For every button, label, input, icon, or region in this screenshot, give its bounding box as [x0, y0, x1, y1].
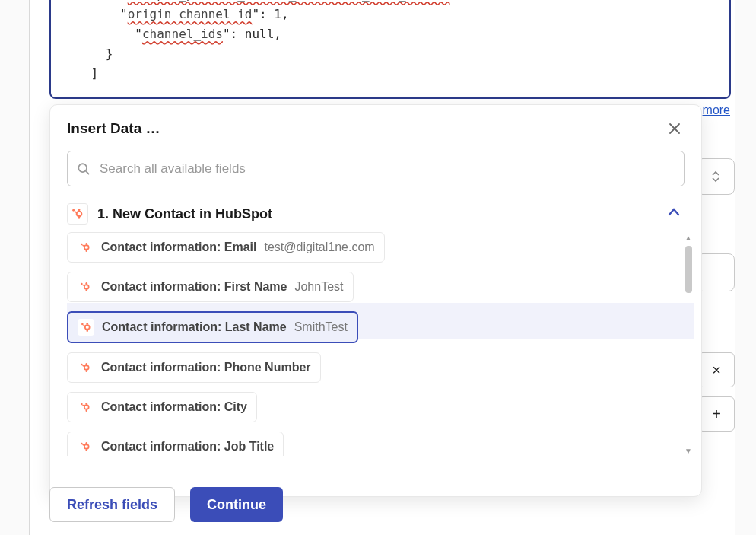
svg-point-19	[85, 282, 87, 285]
svg-line-45	[83, 405, 85, 406]
field-item[interactable]: Contact information: Last Name SmithTest	[67, 311, 358, 343]
field-label: Contact information: First Name	[101, 280, 287, 294]
svg-point-40	[85, 403, 87, 405]
field-label: Contact information: Last Name	[102, 320, 287, 334]
svg-line-31	[84, 325, 86, 326]
svg-line-38	[83, 365, 85, 367]
add-button[interactable]: +	[698, 396, 735, 432]
field-value: SmithTest	[294, 320, 348, 334]
hubspot-icon	[77, 279, 94, 295]
field-value: JohnTest	[294, 280, 343, 294]
svg-point-48	[85, 449, 87, 451]
svg-point-42	[81, 403, 83, 406]
close-icon[interactable]	[665, 119, 685, 139]
hubspot-icon	[78, 319, 94, 336]
svg-point-5	[78, 209, 81, 211]
search-field[interactable]	[67, 151, 685, 186]
svg-point-20	[85, 289, 87, 291]
svg-point-35	[81, 364, 83, 366]
search-icon	[77, 162, 91, 176]
field-value: test@digital1ne.com	[264, 240, 374, 254]
field-item[interactable]: Contact information: Phone Number	[67, 352, 321, 383]
svg-point-12	[85, 243, 87, 245]
search-input[interactable]	[98, 161, 675, 177]
side-select-stepper[interactable]	[697, 158, 735, 195]
svg-line-3	[86, 170, 90, 174]
svg-point-33	[85, 363, 87, 365]
svg-point-7	[72, 209, 75, 212]
field-item[interactable]: Contact information: First Name JohnTest	[67, 272, 354, 302]
svg-point-26	[86, 323, 88, 325]
field-list: Contact information: Email test@digital1…	[67, 232, 694, 456]
code-editor[interactable]: "accepts_product_review_abandoned_cart_e…	[49, 0, 731, 99]
svg-point-28	[81, 323, 84, 326]
group-header[interactable]: 1. New Contact in HubSpot	[50, 197, 701, 232]
hubspot-icon	[77, 438, 94, 455]
svg-point-41	[85, 409, 87, 412]
group-title: 1. New Contact in HubSpot	[97, 206, 657, 222]
footer-buttons: Refresh fields Continue	[49, 487, 283, 522]
panel-title: Insert Data …	[67, 120, 160, 137]
hubspot-icon	[77, 239, 94, 256]
svg-line-17	[83, 245, 85, 247]
chevron-up-icon	[666, 205, 685, 223]
svg-line-10	[75, 212, 77, 213]
side-input-peek[interactable]	[697, 253, 735, 291]
svg-point-27	[86, 330, 88, 332]
field-item[interactable]: Contact information: City	[67, 392, 257, 422]
field-item[interactable]: Contact information: Job Title	[67, 432, 284, 456]
field-item[interactable]: Contact information: Email test@digital1…	[67, 232, 385, 263]
continue-button[interactable]: Continue	[190, 487, 283, 522]
svg-point-34	[85, 370, 87, 372]
svg-point-2	[78, 164, 87, 172]
hubspot-icon	[77, 359, 94, 376]
remove-button[interactable]: ×	[698, 352, 735, 387]
svg-point-21	[81, 283, 83, 285]
hubspot-icon	[67, 203, 88, 225]
field-label: Contact information: Email	[101, 240, 256, 254]
svg-point-47	[85, 442, 87, 444]
stepper-icon	[710, 170, 721, 183]
svg-point-49	[81, 443, 83, 445]
hubspot-icon	[77, 399, 94, 416]
field-label: Contact information: Phone Number	[101, 361, 311, 374]
svg-point-13	[85, 250, 87, 252]
field-label: Contact information: Job Title	[101, 440, 274, 454]
svg-point-14	[81, 244, 83, 246]
field-label: Contact information: City	[101, 400, 247, 414]
svg-line-52	[83, 444, 85, 446]
svg-line-24	[83, 285, 85, 286]
learn-more-link[interactable]: more	[703, 103, 730, 117]
refresh-fields-button[interactable]: Refresh fields	[49, 487, 175, 522]
svg-point-6	[78, 217, 81, 219]
insert-data-panel: Insert Data … 1. New Contact in HubSpot …	[49, 104, 702, 497]
